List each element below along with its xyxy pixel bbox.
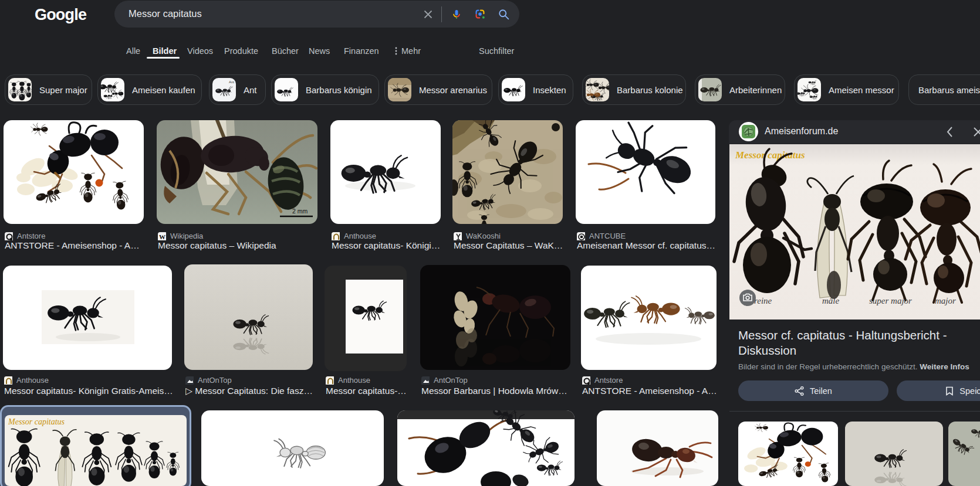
svg-text:W: W [159, 233, 165, 240]
svg-text:super major: super major [869, 296, 912, 305]
svg-text:Messor capitatus: Messor capitatus [8, 417, 65, 426]
svg-text:mâle: mâle [822, 296, 840, 305]
svg-text:2 mm: 2 mm [292, 208, 308, 215]
svg-text:Messor capitatus: Messor capitatus [735, 149, 805, 161]
svg-text:Ant: Ant [229, 80, 234, 84]
svg-text:major: major [935, 296, 956, 305]
svg-text:reine: reine [754, 296, 772, 305]
